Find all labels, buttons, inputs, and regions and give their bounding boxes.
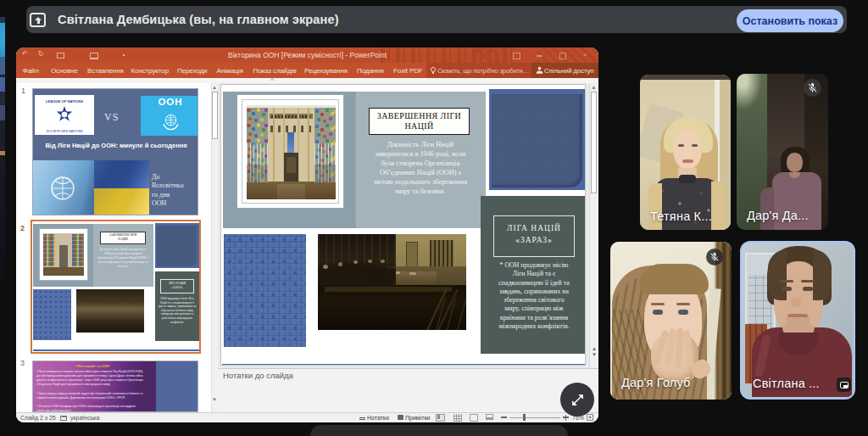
svg-text:LEAGUE OF NATIONS: LEAGUE OF NATIONS <box>46 99 83 103</box>
svg-text:SOCIETE DES NATIONS: SOCIETE DES NATIONS <box>46 130 83 133</box>
